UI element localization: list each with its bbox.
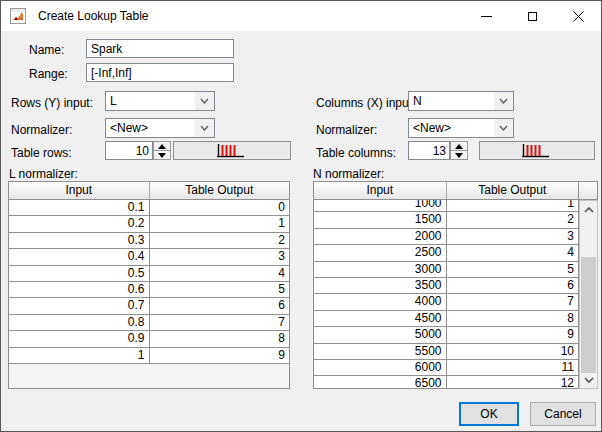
- name-input[interactable]: [86, 39, 234, 58]
- table-cell[interactable]: 0.1: [9, 200, 150, 215]
- table-cell[interactable]: 1500: [314, 212, 447, 227]
- table-cell[interactable]: 12: [447, 376, 579, 388]
- table-cell[interactable]: 1: [447, 200, 579, 211]
- n-normalizer-label: N normalizer:: [313, 167, 384, 181]
- table-cell[interactable]: 5: [447, 262, 579, 277]
- table-cell[interactable]: 6000: [314, 360, 447, 375]
- n-normalizer-table: Input Table Output 100011500220003250043…: [313, 181, 579, 389]
- chevron-up-icon: [584, 207, 594, 213]
- table-cell[interactable]: 10: [447, 344, 579, 359]
- table-cell[interactable]: 0.6: [9, 282, 150, 297]
- table-cell[interactable]: 6: [447, 278, 579, 293]
- triangle-up-icon: [455, 144, 463, 149]
- table-cell[interactable]: 0.7: [9, 298, 150, 313]
- table-rows-spin-buttons: [153, 141, 171, 160]
- table-columns-spinner[interactable]: 13: [408, 141, 450, 160]
- table-cell[interactable]: 6500: [314, 376, 447, 388]
- chevron-down-icon: [195, 92, 214, 110]
- rows-input-value: L: [106, 94, 195, 108]
- table-header-row: Input Table Output: [314, 182, 578, 200]
- window-controls: [463, 1, 601, 31]
- scroll-up-button[interactable]: [580, 201, 597, 218]
- spin-down-button[interactable]: [153, 151, 171, 160]
- triangle-down-icon: [158, 153, 166, 158]
- table-cell[interactable]: 4: [150, 266, 290, 281]
- spin-up-button[interactable]: [153, 141, 171, 151]
- n-table-scrollbar[interactable]: [579, 200, 598, 389]
- table-cell[interactable]: 0.2: [9, 216, 150, 231]
- l-normalizer-table: Input Table Output 0.100.210.320.430.540…: [8, 181, 290, 389]
- row-normalizer-combo[interactable]: <New>: [105, 118, 215, 138]
- table-cell[interactable]: 8: [150, 331, 290, 346]
- spin-up-button[interactable]: [450, 141, 468, 151]
- minimize-button[interactable]: [463, 1, 509, 31]
- row-normalizer-value: <New>: [106, 121, 195, 135]
- rows-histogram-button[interactable]: [173, 141, 291, 160]
- ok-button[interactable]: OK: [459, 402, 519, 426]
- table-row: 0.10: [9, 200, 289, 216]
- table-cell[interactable]: 11: [447, 360, 579, 375]
- table-cell[interactable]: 5: [150, 282, 290, 297]
- table-cell[interactable]: 0: [150, 200, 290, 215]
- rows-input-combo[interactable]: L: [105, 91, 215, 111]
- triangle-down-icon: [455, 153, 463, 158]
- table-cell[interactable]: 4: [447, 245, 579, 260]
- table-cell[interactable]: 2000: [314, 229, 447, 244]
- titlebar[interactable]: Create Lookup Table: [1, 1, 601, 31]
- table-cell[interactable]: 3000: [314, 262, 447, 277]
- table-cell[interactable]: 4000: [314, 294, 447, 309]
- table-cell[interactable]: 0.5: [9, 266, 150, 281]
- table-cell[interactable]: 1: [9, 348, 150, 363]
- table-cell[interactable]: 9: [150, 348, 290, 363]
- table-cell[interactable]: 3: [447, 229, 579, 244]
- table-row: 0.76: [9, 298, 289, 314]
- table-rows-value: 10: [136, 144, 149, 158]
- histogram-icon: [217, 143, 247, 158]
- table-row: 0.21: [9, 216, 289, 232]
- table-cell[interactable]: 5500: [314, 344, 447, 359]
- table-cell[interactable]: 2: [150, 233, 290, 248]
- table-cell[interactable]: 0.4: [9, 249, 150, 264]
- close-button[interactable]: [555, 1, 601, 31]
- column-header-input: Input: [314, 182, 447, 199]
- table-row: 0.32: [9, 233, 289, 249]
- row-normalizer-label: Normalizer:: [11, 123, 72, 137]
- table-columns-value: 13: [433, 144, 446, 158]
- table-header-row: Input Table Output: [9, 182, 289, 200]
- table-row: 19: [9, 348, 289, 364]
- spin-down-button[interactable]: [450, 151, 468, 160]
- table-cell[interactable]: 6: [150, 298, 290, 313]
- table-cell[interactable]: 2500: [314, 245, 447, 260]
- minimize-icon: [481, 16, 492, 17]
- table-cell[interactable]: 0.9: [9, 331, 150, 346]
- table-cell[interactable]: 0.3: [9, 233, 150, 248]
- scrollbar-thumb[interactable]: [581, 257, 596, 373]
- table-cell[interactable]: 3: [150, 249, 290, 264]
- table-cell[interactable]: 0.8: [9, 315, 150, 330]
- range-input[interactable]: [86, 63, 234, 82]
- column-header-table-output: Table Output: [150, 182, 290, 199]
- table-cell[interactable]: 7: [150, 315, 290, 330]
- table-row: 10001: [314, 200, 578, 212]
- columns-input-label: Columns (X) input:: [316, 96, 415, 110]
- table-cell[interactable]: 4500: [314, 311, 447, 326]
- scroll-down-button[interactable]: [580, 371, 597, 388]
- columns-input-combo[interactable]: N: [408, 91, 514, 111]
- table-cell[interactable]: 5000: [314, 327, 447, 342]
- maximize-button[interactable]: [509, 1, 555, 31]
- table-row: 0.98: [9, 331, 289, 347]
- col-normalizer-combo[interactable]: <New>: [408, 118, 514, 138]
- columns-histogram-button[interactable]: [479, 141, 595, 160]
- table-cell[interactable]: 1000: [314, 200, 447, 211]
- table-cell[interactable]: 1: [150, 216, 290, 231]
- table-row: 15002: [314, 212, 578, 228]
- table-cell[interactable]: 7: [447, 294, 579, 309]
- table-cell[interactable]: 3500: [314, 278, 447, 293]
- table-cell[interactable]: 2: [447, 212, 579, 227]
- cancel-button[interactable]: Cancel: [530, 402, 596, 426]
- table-columns-spin-buttons: [450, 141, 468, 160]
- table-rows-spinner[interactable]: 10: [105, 141, 153, 160]
- table-cell[interactable]: 8: [447, 311, 579, 326]
- table-cell[interactable]: 9: [447, 327, 579, 342]
- table-body: 0.100.210.320.430.540.650.760.870.9819: [9, 200, 289, 388]
